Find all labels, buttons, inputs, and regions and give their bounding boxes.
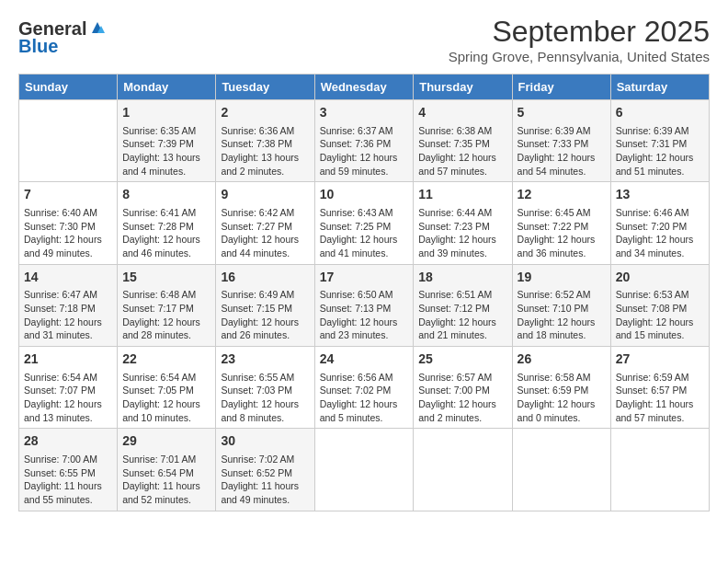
cell-info: Sunrise: 6:54 AM Sunset: 7:07 PM Dayligh…	[24, 371, 112, 425]
calendar-cell: 9Sunrise: 6:42 AM Sunset: 7:27 PM Daylig…	[216, 182, 314, 264]
cell-info: Sunrise: 6:51 AM Sunset: 7:12 PM Dayligh…	[418, 288, 506, 342]
cell-info: Sunrise: 6:59 AM Sunset: 6:57 PM Dayligh…	[616, 371, 704, 425]
calendar-cell: 21Sunrise: 6:54 AM Sunset: 7:07 PM Dayli…	[19, 347, 118, 429]
day-number: 25	[418, 350, 506, 369]
calendar-cell: 27Sunrise: 6:59 AM Sunset: 6:57 PM Dayli…	[610, 347, 709, 429]
location-subtitle: Spring Grove, Pennsylvania, United State…	[449, 49, 710, 64]
calendar-cell: 6Sunrise: 6:39 AM Sunset: 7:31 PM Daylig…	[610, 100, 709, 182]
calendar-cell: 18Sunrise: 6:51 AM Sunset: 7:12 PM Dayli…	[414, 264, 512, 346]
day-number: 17	[320, 269, 409, 287]
calendar-cell	[19, 100, 118, 182]
cell-info: Sunrise: 6:56 AM Sunset: 7:02 PM Dayligh…	[320, 371, 409, 425]
day-number: 2	[221, 104, 309, 122]
cell-info: Sunrise: 6:48 AM Sunset: 7:17 PM Dayligh…	[122, 288, 210, 342]
logo-blue: Blue	[18, 36, 58, 57]
cell-info: Sunrise: 6:47 AM Sunset: 7:18 PM Dayligh…	[24, 288, 112, 342]
day-number: 11	[418, 186, 506, 204]
calendar-cell: 17Sunrise: 6:50 AM Sunset: 7:13 PM Dayli…	[314, 264, 414, 346]
day-header-thursday: Thursday	[414, 75, 512, 100]
calendar-cell: 14Sunrise: 6:47 AM Sunset: 7:18 PM Dayli…	[19, 264, 118, 346]
cell-info: Sunrise: 6:46 AM Sunset: 7:20 PM Dayligh…	[616, 206, 704, 260]
calendar-cell: 24Sunrise: 6:56 AM Sunset: 7:02 PM Dayli…	[314, 347, 414, 429]
cell-info: Sunrise: 6:55 AM Sunset: 7:03 PM Dayligh…	[221, 371, 309, 425]
cell-info: Sunrise: 6:40 AM Sunset: 7:30 PM Dayligh…	[24, 206, 112, 260]
calendar-week-5: 28Sunrise: 7:00 AM Sunset: 6:55 PM Dayli…	[19, 429, 710, 511]
title-block: September 2025 Spring Grove, Pennsylvani…	[449, 15, 710, 64]
logo: General Blue	[18, 18, 105, 57]
day-number: 27	[616, 350, 704, 369]
day-number: 13	[616, 186, 704, 204]
calendar-cell	[414, 429, 512, 511]
day-header-row: SundayMondayTuesdayWednesdayThursdayFrid…	[19, 75, 710, 100]
calendar-cell: 16Sunrise: 6:49 AM Sunset: 7:15 PM Dayli…	[216, 264, 314, 346]
day-number: 20	[616, 269, 704, 287]
day-number: 5	[518, 104, 606, 122]
calendar-cell: 1Sunrise: 6:35 AM Sunset: 7:39 PM Daylig…	[118, 100, 216, 182]
page-header: General Blue September 2025 Spring Grove…	[18, 15, 710, 64]
day-number: 6	[616, 104, 704, 122]
calendar-table: SundayMondayTuesdayWednesdayThursdayFrid…	[18, 74, 710, 511]
calendar-cell: 10Sunrise: 6:43 AM Sunset: 7:25 PM Dayli…	[314, 182, 414, 264]
calendar-cell: 11Sunrise: 6:44 AM Sunset: 7:23 PM Dayli…	[414, 182, 512, 264]
cell-info: Sunrise: 6:36 AM Sunset: 7:38 PM Dayligh…	[221, 124, 309, 178]
cell-info: Sunrise: 6:37 AM Sunset: 7:36 PM Dayligh…	[320, 124, 409, 178]
cell-info: Sunrise: 6:42 AM Sunset: 7:27 PM Dayligh…	[221, 206, 309, 260]
day-number: 3	[320, 104, 409, 122]
calendar-cell: 5Sunrise: 6:39 AM Sunset: 7:33 PM Daylig…	[512, 100, 610, 182]
calendar-cell: 23Sunrise: 6:55 AM Sunset: 7:03 PM Dayli…	[216, 347, 314, 429]
day-header-saturday: Saturday	[610, 75, 709, 100]
day-number: 19	[518, 269, 606, 287]
cell-info: Sunrise: 6:38 AM Sunset: 7:35 PM Dayligh…	[418, 124, 506, 178]
day-header-wednesday: Wednesday	[314, 75, 414, 100]
day-number: 18	[418, 269, 506, 287]
logo-icon	[88, 20, 105, 37]
day-header-sunday: Sunday	[19, 75, 118, 100]
day-number: 8	[122, 186, 210, 204]
calendar-cell: 2Sunrise: 6:36 AM Sunset: 7:38 PM Daylig…	[216, 100, 314, 182]
calendar-cell: 8Sunrise: 6:41 AM Sunset: 7:28 PM Daylig…	[118, 182, 216, 264]
cell-info: Sunrise: 6:44 AM Sunset: 7:23 PM Dayligh…	[418, 206, 506, 260]
cell-info: Sunrise: 6:58 AM Sunset: 6:59 PM Dayligh…	[518, 371, 606, 425]
calendar-week-2: 7Sunrise: 6:40 AM Sunset: 7:30 PM Daylig…	[19, 182, 710, 264]
day-number: 12	[518, 186, 606, 204]
calendar-cell: 22Sunrise: 6:54 AM Sunset: 7:05 PM Dayli…	[118, 347, 216, 429]
day-header-friday: Friday	[512, 75, 610, 100]
cell-info: Sunrise: 7:02 AM Sunset: 6:52 PM Dayligh…	[221, 453, 309, 507]
cell-info: Sunrise: 6:50 AM Sunset: 7:13 PM Dayligh…	[320, 288, 409, 342]
calendar-cell: 30Sunrise: 7:02 AM Sunset: 6:52 PM Dayli…	[216, 429, 314, 511]
day-number: 7	[24, 186, 112, 204]
cell-info: Sunrise: 6:39 AM Sunset: 7:33 PM Dayligh…	[518, 124, 606, 178]
cell-info: Sunrise: 6:57 AM Sunset: 7:00 PM Dayligh…	[418, 371, 506, 425]
day-number: 23	[221, 350, 309, 369]
day-number: 1	[122, 104, 210, 122]
day-number: 21	[24, 350, 112, 369]
cell-info: Sunrise: 6:41 AM Sunset: 7:28 PM Dayligh…	[122, 206, 210, 260]
calendar-cell: 19Sunrise: 6:52 AM Sunset: 7:10 PM Dayli…	[512, 264, 610, 346]
calendar-cell: 4Sunrise: 6:38 AM Sunset: 7:35 PM Daylig…	[414, 100, 512, 182]
calendar-cell	[610, 429, 709, 511]
cell-info: Sunrise: 6:49 AM Sunset: 7:15 PM Dayligh…	[221, 288, 309, 342]
cell-info: Sunrise: 6:52 AM Sunset: 7:10 PM Dayligh…	[518, 288, 606, 342]
calendar-cell	[512, 429, 610, 511]
day-number: 22	[122, 350, 210, 369]
calendar-cell	[314, 429, 414, 511]
day-header-monday: Monday	[118, 75, 216, 100]
calendar-week-3: 14Sunrise: 6:47 AM Sunset: 7:18 PM Dayli…	[19, 264, 710, 346]
day-number: 14	[24, 269, 112, 287]
day-number: 15	[122, 269, 210, 287]
month-title: September 2025	[449, 15, 710, 49]
day-number: 30	[221, 432, 309, 451]
calendar-cell: 29Sunrise: 7:01 AM Sunset: 6:54 PM Dayli…	[118, 429, 216, 511]
cell-info: Sunrise: 6:53 AM Sunset: 7:08 PM Dayligh…	[616, 288, 704, 342]
day-number: 24	[320, 350, 409, 369]
calendar-week-1: 1Sunrise: 6:35 AM Sunset: 7:39 PM Daylig…	[19, 100, 710, 182]
calendar-cell: 20Sunrise: 6:53 AM Sunset: 7:08 PM Dayli…	[610, 264, 709, 346]
calendar-cell: 28Sunrise: 7:00 AM Sunset: 6:55 PM Dayli…	[19, 429, 118, 511]
calendar-cell: 25Sunrise: 6:57 AM Sunset: 7:00 PM Dayli…	[414, 347, 512, 429]
day-number: 26	[518, 350, 606, 369]
day-header-tuesday: Tuesday	[216, 75, 314, 100]
calendar-cell: 12Sunrise: 6:45 AM Sunset: 7:22 PM Dayli…	[512, 182, 610, 264]
calendar-cell: 7Sunrise: 6:40 AM Sunset: 7:30 PM Daylig…	[19, 182, 118, 264]
cell-info: Sunrise: 7:01 AM Sunset: 6:54 PM Dayligh…	[122, 453, 210, 507]
day-number: 16	[221, 269, 309, 287]
